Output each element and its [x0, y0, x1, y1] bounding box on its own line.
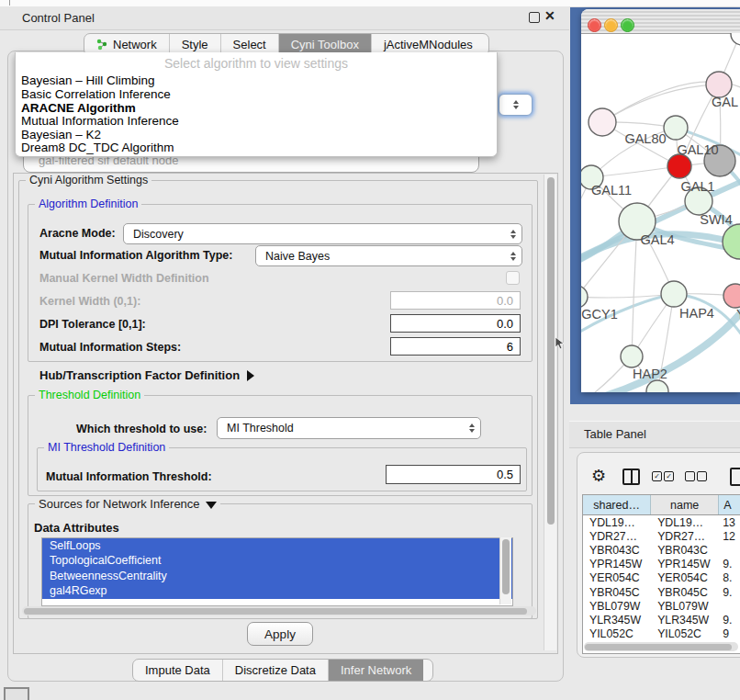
column-header-partial[interactable]: A — [719, 495, 740, 514]
table-row[interactable]: YIL052CYIL052C9 — [583, 627, 740, 641]
node-hap4[interactable] — [661, 281, 687, 307]
cell: YPR145W — [651, 558, 719, 571]
column-header-shared-name[interactable]: shared… — [583, 495, 651, 514]
mi-algorithm-type-combo[interactable]: Naive Bayes — [255, 245, 522, 266]
label-gal80: GAL80 — [624, 131, 666, 146]
node-hap2[interactable] — [621, 345, 643, 367]
aracne-mode-value: Discovery — [124, 228, 505, 241]
cell: 13 — [719, 515, 740, 529]
popup-item-aracne[interactable]: ARACNE Algorithm — [21, 101, 136, 115]
settings-vscroll-thumb[interactable] — [547, 177, 555, 525]
popup-item-bayesian-k2[interactable]: Bayesian – K2 — [21, 128, 101, 141]
table-hscrollbar[interactable] — [584, 642, 738, 651]
column-header-name[interactable]: name — [651, 495, 719, 514]
kernel-width-label: Kernel Width (0,1): — [39, 295, 140, 308]
sources-toggle[interactable]: Sources for Network Inference — [35, 497, 220, 511]
cell: YPR145W — [583, 558, 651, 571]
cell: YLR345W — [583, 613, 651, 627]
node-top-partial[interactable] — [731, 33, 740, 45]
dpi-tolerance-label: DPI Tolerance [0,1]: — [39, 318, 146, 331]
list-item-selfloops[interactable]: SelfLoops — [42, 538, 512, 553]
node-y-pink[interactable] — [723, 284, 740, 308]
which-threshold-combo[interactable]: MI Threshold — [217, 417, 481, 439]
popup-header: Select algorithm to view settings — [16, 56, 497, 71]
new-table-icon[interactable] — [730, 468, 740, 486]
float-window-icon[interactable] — [529, 12, 540, 23]
manual-kernel-width-checkbox[interactable] — [506, 271, 520, 285]
popup-item-mutual-info[interactable]: Mutual Information Inference — [21, 114, 179, 128]
node-gal1-red[interactable] — [667, 154, 691, 178]
expanded-arrow-icon — [206, 502, 217, 509]
table-header-row: shared… name A — [583, 495, 740, 515]
cell: YDL19… — [651, 515, 719, 529]
mouse-cursor — [555, 336, 566, 351]
split-columns-icon[interactable] — [622, 469, 640, 485]
tab-impute-data-label: Impute Data — [145, 663, 210, 677]
node-gal10[interactable] — [664, 116, 688, 140]
tab-discretize-data[interactable]: Discretize Data — [223, 660, 329, 681]
network-canvas[interactable]: GAL GAL80 GAL10 GAL1 GAL11 GAL4 SWI4 GCY… — [581, 33, 740, 392]
popup-item-dream8[interactable]: Dream8 DC_TDC Algorithm — [21, 141, 174, 154]
popup-item-basic-correlation[interactable]: Basic Correlation Inference — [21, 87, 171, 101]
hub-definition-toggle[interactable]: Hub/Transcription Factor Definition — [39, 368, 254, 382]
cell: 9. — [719, 613, 740, 627]
kernel-width-field[interactable]: 0.0 — [390, 291, 521, 310]
cell: YLR345W — [651, 613, 719, 627]
table-row[interactable]: YBL079WYBL079W — [583, 599, 740, 613]
minimized-panel-chip[interactable] — [4, 687, 29, 700]
table-hscroll-thumb[interactable] — [585, 644, 732, 650]
node-gal-partial[interactable] — [706, 72, 732, 97]
table-row[interactable]: YBR043CYBR043C — [583, 543, 740, 557]
tab-network-label: Network — [113, 38, 157, 51]
label-gal10: GAL10 — [677, 142, 718, 157]
which-threshold-label: Which threshold to use: — [76, 423, 207, 435]
table-row[interactable]: YDL19…YDL19…13 — [583, 515, 740, 529]
popup-item-bayesian-hill[interactable]: Bayesian – Hill Climbing — [21, 73, 155, 87]
list-item-gal4rgexp[interactable]: gal4RGexp — [42, 583, 512, 598]
mi-steps-field[interactable]: 6 — [390, 337, 521, 356]
cell: YDR27… — [583, 529, 651, 543]
zoom-traffic-light-icon[interactable] — [621, 18, 634, 32]
mi-threshold-field[interactable]: 0.5 — [386, 465, 521, 484]
tab-infer-network[interactable]: Infer Network — [329, 660, 423, 681]
stepper-arrows-icon — [508, 100, 524, 109]
label-gal4: GAL4 — [640, 232, 674, 247]
label-hap2: HAP2 — [633, 367, 667, 381]
tab-style-label: Style — [182, 38, 208, 51]
aracne-mode-combo[interactable]: Discovery — [123, 223, 522, 244]
table-row[interactable]: YER054CYER054C8. — [583, 571, 740, 585]
minimize-traffic-light-icon[interactable] — [604, 18, 618, 32]
table-row[interactable]: YBR045CYBR045C9. — [583, 585, 740, 599]
network-icon — [96, 39, 108, 51]
attr-list-vscrollbar[interactable] — [499, 537, 511, 604]
which-threshold-value: MI Threshold — [218, 422, 464, 435]
node-gcy1[interactable] — [581, 286, 588, 308]
sources-title: Sources for Network Inference — [39, 497, 200, 511]
close-icon[interactable]: ✕ — [544, 8, 555, 23]
settings-vscrollbar[interactable] — [544, 175, 556, 650]
node-swi4[interactable] — [723, 224, 740, 259]
dpi-tolerance-field[interactable]: 0.0 — [390, 314, 521, 333]
unchecked-checkbox-icon[interactable] — [697, 471, 707, 481]
attr-list-vscroll-thumb[interactable] — [502, 539, 510, 594]
close-traffic-light-icon[interactable] — [588, 18, 601, 32]
table-row[interactable]: YPR145WYPR145W9. — [583, 558, 740, 571]
gear-icon[interactable]: ⚙ — [591, 466, 606, 486]
checked-checkbox-icon[interactable]: ✓ — [664, 471, 674, 481]
unchecked-checkbox-icon[interactable] — [685, 471, 695, 481]
list-item-betweennesscentrality[interactable]: BetweennessCentrality — [42, 569, 512, 583]
list-item-topologicalcoefficient[interactable]: TopologicalCoefficient — [42, 553, 512, 568]
settings-hscroll-thumb[interactable] — [24, 608, 527, 615]
table-row[interactable]: YDR27…YDR27…12 — [583, 529, 740, 543]
tab-impute-data[interactable]: Impute Data — [133, 660, 223, 681]
edge — [632, 221, 637, 356]
checked-checkbox-icon[interactable]: ✓ — [652, 471, 662, 481]
settings-hscrollbar[interactable] — [22, 606, 536, 615]
data-attributes-list: SelfLoops TopologicalCoefficient Between… — [41, 537, 513, 606]
aracne-mode-label: Aracne Mode: — [39, 227, 116, 240]
inference-algorithm-combo-stepper[interactable] — [499, 94, 533, 116]
table-row[interactable]: YLR345WYLR345W9. — [583, 613, 740, 627]
cell: YER054C — [583, 571, 651, 585]
apply-button[interactable]: Apply — [247, 622, 313, 646]
node-gal80[interactable] — [589, 108, 616, 136]
